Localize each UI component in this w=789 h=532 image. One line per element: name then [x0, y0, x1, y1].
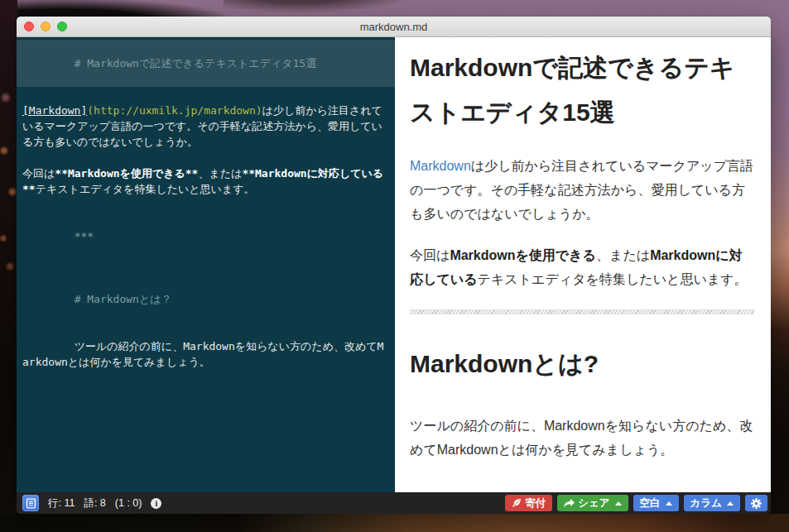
column-label: カラム: [690, 496, 722, 510]
preview-bold-text: Markdownを使用できる: [450, 248, 596, 262]
dropup-icon: [666, 501, 672, 506]
markdown-preview-pane[interactable]: Markdownで記述できるテキストエディタ15選 Markdownは少し前から…: [395, 37, 771, 492]
preview-horizontal-rule: [410, 309, 754, 314]
preview-heading2: Markdownとは?: [410, 349, 754, 379]
editor-paragraph: 今回は**Markdownを使用できる**、または**Markdownに対応して…: [17, 165, 395, 197]
editor-blank-line: [17, 87, 395, 103]
editor-text: 今回は: [22, 167, 55, 180]
dropup-icon: [615, 501, 622, 506]
leaf-icon: [512, 498, 522, 508]
editor-link-text: [Markdown]: [22, 104, 87, 117]
wallpaper-lake-reflection: [0, 514, 789, 532]
donate-button[interactable]: 寄付: [505, 495, 552, 511]
editor-link-url: (http://uxmilk.jp/markdown): [87, 104, 262, 117]
statusbar: 行: 11 語: 8 (1 : 0) 寄付 シェア 空白: [17, 492, 771, 514]
share-arrow-icon: [564, 499, 575, 508]
cursor-position: (1 : 0): [115, 497, 142, 509]
editor-blank-line: [17, 260, 395, 276]
preview-markdown-link[interactable]: Markdown: [410, 159, 471, 173]
editor-current-line: # Markdownで記述できるテキストエディタ15選: [17, 40, 395, 87]
share-button[interactable]: シェア: [557, 495, 628, 511]
preview-text: 、または: [596, 248, 650, 262]
column-mode-button[interactable]: カラム: [684, 495, 740, 511]
info-icon[interactable]: [151, 498, 161, 509]
document-list-icon: [26, 498, 36, 509]
wallpaper-left-tree: [0, 0, 17, 532]
preview-paragraph: 今回はMarkdownを使用できる、またはMarkdownに対応しているテキスト…: [410, 243, 754, 291]
editor-paragraph: ツールの紹介の前に、Markdownを知らない方のため、改めてMarkdownと…: [17, 323, 395, 386]
gear-icon: [751, 498, 762, 509]
window-title: markdown.md: [17, 21, 771, 33]
blank-label: 空白: [640, 496, 661, 510]
outline-toggle-button[interactable]: [22, 495, 39, 511]
editor-text: ツールの紹介の前に、Markdownを知らない方のため、改めてMarkdownと…: [22, 340, 383, 368]
dropup-icon: [727, 501, 734, 506]
editor-heading2: # Markdownとは？: [75, 293, 172, 305]
donate-label: 寄付: [525, 496, 546, 510]
editor-blank-line: [17, 150, 395, 165]
editor-bold-text: **Markdownを使用できる**: [55, 167, 198, 180]
editor-text: テキストエディタを特集したいと思います。: [36, 183, 255, 195]
editor-heading-line: # Markdownとは？: [17, 276, 395, 323]
editor-paragraph: [Markdown](http://uxmilk.jp/markdown)は少し…: [17, 103, 395, 150]
preview-paragraph: Markdownは少し前から注目されているマークアップ言語の一つです。その手軽な…: [410, 154, 754, 226]
preview-text: ツールの紹介の前に、Markdownを知らない方のため、改めてMarkdownと…: [410, 419, 753, 457]
preview-text: 今回は: [410, 248, 450, 262]
app-window: markdown.md # Markdownで記述できるテキストエディタ15選 …: [17, 17, 771, 514]
wallpaper-branch: [224, 0, 414, 13]
titlebar[interactable]: markdown.md: [17, 17, 771, 37]
editor-blank-line: [17, 197, 395, 213]
editor-hr-line: ***: [17, 213, 395, 260]
settings-button[interactable]: [745, 495, 767, 511]
preview-text: テキストエディタを特集したいと思います。: [478, 272, 748, 286]
blank-mode-button[interactable]: 空白: [633, 495, 679, 511]
editor-hr-markup: ***: [75, 230, 94, 242]
preview-heading1: Markdownで記述できるテキストエディタ15選: [410, 46, 754, 135]
share-label: シェア: [578, 496, 609, 510]
preview-paragraph: ツールの紹介の前に、Markdownを知らない方のため、改めてMarkdownと…: [410, 414, 754, 462]
editor-heading1: # Markdownで記述できるテキストエディタ15選: [75, 57, 317, 69]
wallpaper-tree-silhouette: [0, 0, 224, 17]
line-count: 行: 11: [48, 496, 75, 510]
editor-text: 、または: [198, 167, 242, 180]
word-count: 語: 8: [84, 496, 105, 510]
markdown-editor-pane[interactable]: # Markdownで記述できるテキストエディタ15選 [Markdown](h…: [17, 37, 395, 492]
